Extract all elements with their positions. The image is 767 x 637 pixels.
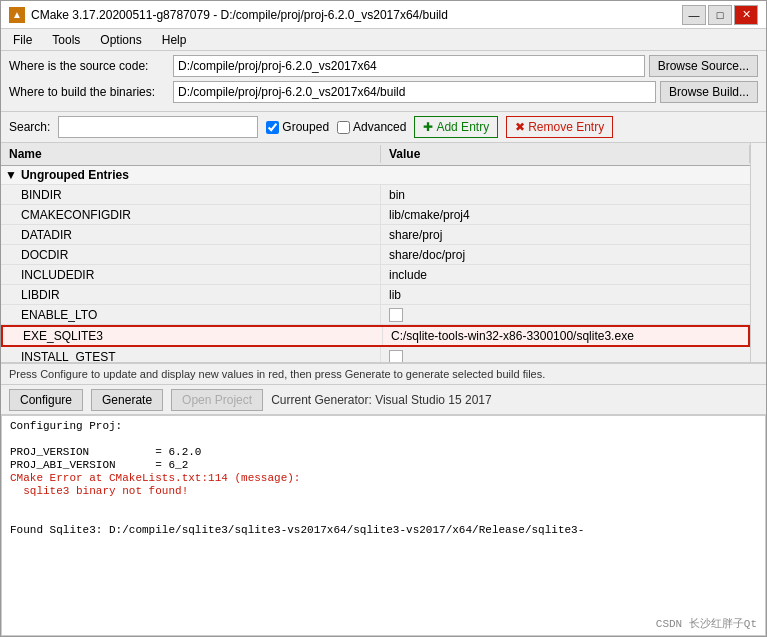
- open-project-button[interactable]: Open Project: [171, 389, 263, 411]
- main-window: ▲ CMake 3.17.20200511-g8787079 - D:/comp…: [0, 0, 767, 637]
- remove-entry-button[interactable]: ✖ Remove Entry: [506, 116, 613, 138]
- advanced-checkbox-label[interactable]: Advanced: [337, 120, 406, 134]
- close-button[interactable]: ✕: [734, 5, 758, 25]
- row-value-exe-sqlite3: C:/sqlite-tools-win32-x86-3300100/sqlite…: [383, 327, 748, 345]
- row-name-exe-sqlite3: EXE_SQLITE3: [3, 327, 383, 345]
- maximize-button[interactable]: □: [708, 5, 732, 25]
- menu-bar: File Tools Options Help: [1, 29, 766, 51]
- output-line: [10, 511, 757, 523]
- table-row[interactable]: CMAKECONFIGDIR lib/cmake/proj4: [1, 205, 750, 225]
- output-line: PROJ_ABI_VERSION = 6_2: [10, 459, 757, 471]
- search-input[interactable]: [58, 116, 258, 138]
- ungrouped-entries-header[interactable]: ▼ Ungrouped Entries: [1, 166, 750, 185]
- output-line: [10, 433, 757, 445]
- output-line: Configuring Proj:: [10, 420, 757, 432]
- watermark: CSDN 长沙红胖子Qt: [656, 616, 757, 631]
- grouped-checkbox-label[interactable]: Grouped: [266, 120, 329, 134]
- table-header: Name Value: [1, 143, 750, 166]
- row-name-datadir: DATADIR: [1, 225, 381, 244]
- value-column-header: Value: [381, 145, 750, 163]
- status-bar: Press Configure to update and display ne…: [1, 363, 766, 385]
- build-input[interactable]: [173, 81, 656, 103]
- table-row[interactable]: DOCDIR share/doc/proj: [1, 245, 750, 265]
- grouped-checkbox[interactable]: [266, 121, 279, 134]
- title-bar: ▲ CMake 3.17.20200511-g8787079 - D:/comp…: [1, 1, 766, 29]
- minimize-button[interactable]: —: [682, 5, 706, 25]
- source-input[interactable]: [173, 55, 645, 77]
- table-row[interactable]: BINDIR bin: [1, 185, 750, 205]
- action-bar: Configure Generate Open Project Current …: [1, 385, 766, 415]
- browse-source-button[interactable]: Browse Source...: [649, 55, 758, 77]
- name-column-header: Name: [1, 145, 381, 163]
- table-row[interactable]: INSTALL_GTEST: [1, 347, 750, 362]
- output-sqlite-line: Found Sqlite3: D:/compile/sqlite3/sqlite…: [10, 524, 757, 536]
- title-bar-left: ▲ CMake 3.17.20200511-g8787079 - D:/comp…: [9, 7, 448, 23]
- menu-file[interactable]: File: [9, 32, 36, 48]
- title-bar-controls: — □ ✕: [682, 5, 758, 25]
- add-entry-button[interactable]: ✚ Add Entry: [414, 116, 498, 138]
- output-line: [10, 498, 757, 510]
- table-scrollbar[interactable]: [750, 143, 766, 362]
- output-error-detail-line: sqlite3 binary not found!: [10, 485, 757, 497]
- row-name-install-gtest: INSTALL_GTEST: [1, 347, 381, 362]
- build-label: Where to build the binaries:: [9, 85, 169, 99]
- group-toggle-icon[interactable]: ▼: [5, 168, 17, 182]
- build-row: Where to build the binaries: Browse Buil…: [9, 81, 758, 103]
- table-scroll-area[interactable]: ▼ Ungrouped Entries BINDIR bin CMAKECONF…: [1, 166, 750, 362]
- search-label: Search:: [9, 120, 50, 134]
- source-form-section: Where is the source code: Browse Source.…: [1, 51, 766, 112]
- output-line: PROJ_VERSION = 6.2.0: [10, 446, 757, 458]
- enable-lto-checkbox[interactable]: [389, 308, 403, 322]
- status-message: Press Configure to update and display ne…: [9, 368, 545, 380]
- output-section[interactable]: Configuring Proj: PROJ_VERSION = 6.2.0 P…: [1, 415, 766, 636]
- source-label: Where is the source code:: [9, 59, 169, 73]
- advanced-checkbox[interactable]: [337, 121, 350, 134]
- row-value-docdir: share/doc/proj: [381, 245, 750, 264]
- row-value-install-gtest: [381, 347, 750, 362]
- table-main: Name Value ▼ Ungrouped Entries BINDIR bi…: [1, 143, 750, 362]
- row-value-libdir: lib: [381, 285, 750, 304]
- table-row-exe-sqlite3[interactable]: EXE_SQLITE3 C:/sqlite-tools-win32-x86-33…: [1, 325, 750, 347]
- row-value-cmakeconfigdir: lib/cmake/proj4: [381, 205, 750, 224]
- app-icon: ▲: [9, 7, 25, 23]
- output-error-line: CMake Error at CMakeLists.txt:114 (messa…: [10, 472, 757, 484]
- table-row[interactable]: ENABLE_LTO: [1, 305, 750, 325]
- menu-options[interactable]: Options: [96, 32, 145, 48]
- table-row[interactable]: DATADIR share/proj: [1, 225, 750, 245]
- row-value-enable-lto: [381, 305, 750, 324]
- install-gtest-checkbox[interactable]: [389, 350, 403, 363]
- cmake-table-section: Name Value ▼ Ungrouped Entries BINDIR bi…: [1, 143, 766, 363]
- group-header-label: Ungrouped Entries: [21, 168, 129, 182]
- row-value-bindir: bin: [381, 185, 750, 204]
- browse-build-button[interactable]: Browse Build...: [660, 81, 758, 103]
- table-row[interactable]: LIBDIR lib: [1, 285, 750, 305]
- current-generator-label: Current Generator: Visual Studio 15 2017: [271, 393, 492, 407]
- row-name-bindir: BINDIR: [1, 185, 381, 204]
- table-container: Name Value ▼ Ungrouped Entries BINDIR bi…: [1, 143, 766, 362]
- row-name-libdir: LIBDIR: [1, 285, 381, 304]
- row-value-datadir: share/proj: [381, 225, 750, 244]
- menu-help[interactable]: Help: [158, 32, 191, 48]
- toolbar: Search: Grouped Advanced ✚ Add Entry ✖ R…: [1, 112, 766, 143]
- row-value-includedir: include: [381, 265, 750, 284]
- x-icon: ✖: [515, 120, 525, 134]
- configure-button[interactable]: Configure: [9, 389, 83, 411]
- row-name-includedir: INCLUDEDIR: [1, 265, 381, 284]
- window-title: CMake 3.17.20200511-g8787079 - D:/compil…: [31, 8, 448, 22]
- plus-icon: ✚: [423, 120, 433, 134]
- generate-button[interactable]: Generate: [91, 389, 163, 411]
- source-row: Where is the source code: Browse Source.…: [9, 55, 758, 77]
- row-name-enable-lto: ENABLE_LTO: [1, 305, 381, 324]
- row-name-cmakeconfigdir: CMAKECONFIGDIR: [1, 205, 381, 224]
- table-row[interactable]: INCLUDEDIR include: [1, 265, 750, 285]
- row-name-docdir: DOCDIR: [1, 245, 381, 264]
- menu-tools[interactable]: Tools: [48, 32, 84, 48]
